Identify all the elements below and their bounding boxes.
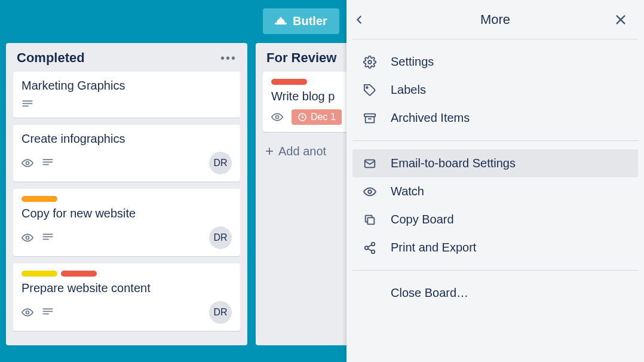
menu-group: Settings Labels Archived Items — [352, 39, 638, 141]
menu-labels[interactable]: Labels — [352, 76, 638, 104]
svg-point-20 — [366, 87, 368, 88]
svg-rect-13 — [43, 311, 53, 312]
plus-icon: + — [265, 143, 274, 159]
svg-rect-2 — [23, 106, 29, 107]
card[interactable]: Prepare website content DR — [13, 263, 240, 331]
member-avatar[interactable]: DR — [209, 301, 232, 324]
card-badges — [22, 306, 54, 318]
svg-rect-10 — [43, 239, 49, 240]
list-header: For Review — [263, 50, 344, 72]
svg-point-26 — [372, 242, 375, 246]
svg-line-29 — [368, 244, 372, 247]
description-icon — [22, 99, 33, 111]
menu-archived[interactable]: Archived Items — [352, 104, 638, 132]
svg-point-15 — [276, 116, 279, 119]
menu-label: Settings — [391, 55, 434, 69]
svg-point-19 — [368, 60, 372, 64]
more-menu-panel: More Settings Labels Archived Items — [346, 0, 644, 362]
member-avatar[interactable]: DR — [209, 152, 232, 174]
copy-icon — [363, 213, 376, 226]
svg-rect-6 — [43, 164, 49, 165]
menu-settings[interactable]: Settings — [352, 48, 638, 76]
card-labels — [22, 271, 232, 277]
menu-watch[interactable]: Watch — [352, 177, 638, 205]
watch-icon — [22, 306, 33, 318]
svg-point-28 — [372, 250, 375, 253]
share-icon — [363, 241, 376, 254]
label-orange[interactable] — [22, 196, 57, 202]
description-icon — [42, 232, 54, 244]
list-completed: Completed ••• Marketing Graphics Create … — [6, 43, 247, 345]
card-badges: Dec 1 — [271, 109, 342, 125]
due-date-text: Dec 1 — [311, 112, 336, 122]
card-labels — [271, 79, 351, 85]
card-badges — [22, 99, 33, 111]
card-title: Prepare website content — [22, 281, 232, 295]
watch-icon — [22, 232, 33, 244]
menu-email-to-board[interactable]: Email-to-board Settings — [352, 149, 638, 177]
close-button[interactable] — [614, 13, 638, 26]
eye-icon — [363, 185, 376, 198]
mail-icon — [363, 157, 376, 170]
list-for-review: For Review Write blog p Dec 1 + — [256, 43, 351, 345]
label-red[interactable] — [61, 271, 97, 277]
svg-point-7 — [26, 237, 29, 240]
butler-label: Butler — [293, 14, 327, 28]
menu-label: Email-to-board Settings — [391, 157, 516, 170]
menu-print-export[interactable]: Print and Export — [352, 234, 638, 262]
card[interactable]: Write blog p Dec 1 — [263, 72, 351, 132]
card-title: Copy for new website — [22, 207, 232, 220]
card-title: Create infographics — [22, 132, 232, 146]
menu-group: Email-to-board Settings Watch Copy Board… — [352, 141, 638, 271]
menu-label: Watch — [391, 185, 424, 198]
description-icon — [42, 157, 54, 169]
watch-icon — [271, 111, 283, 123]
card[interactable]: Copy for new website DR — [13, 189, 240, 256]
gear-icon — [363, 56, 376, 69]
card-labels — [22, 196, 232, 202]
svg-rect-8 — [43, 234, 53, 235]
list-header: Completed ••• — [13, 50, 240, 72]
menu-label: Labels — [391, 83, 426, 97]
add-card-label: Add anot — [278, 145, 326, 158]
tag-icon — [363, 84, 376, 97]
svg-rect-9 — [43, 237, 53, 238]
list-menu-button[interactable]: ••• — [220, 51, 237, 65]
archive-icon — [363, 112, 376, 125]
svg-point-3 — [26, 162, 29, 165]
svg-rect-1 — [23, 103, 33, 105]
menu-group: Close Board… — [352, 271, 638, 315]
menu-close-board[interactable]: Close Board… — [352, 279, 638, 307]
svg-rect-0 — [23, 100, 33, 102]
butler-icon — [275, 17, 287, 26]
due-date-badge[interactable]: Dec 1 — [292, 109, 342, 125]
svg-point-27 — [365, 246, 369, 250]
watch-icon — [22, 157, 33, 169]
label-red[interactable] — [271, 79, 307, 85]
svg-point-11 — [26, 311, 29, 314]
svg-rect-5 — [43, 162, 53, 163]
list-title[interactable]: For Review — [266, 50, 336, 66]
card[interactable]: Create infographics DR — [13, 125, 240, 182]
svg-point-24 — [368, 190, 372, 194]
menu-label: Copy Board — [391, 213, 454, 226]
butler-button[interactable]: Butler — [263, 8, 339, 34]
menu-copy-board[interactable]: Copy Board — [352, 205, 638, 234]
list-title[interactable]: Completed — [17, 50, 85, 66]
panel-title: More — [480, 12, 510, 27]
svg-rect-25 — [367, 217, 374, 224]
back-button[interactable] — [352, 13, 376, 26]
description-icon — [42, 306, 54, 318]
svg-line-30 — [368, 249, 372, 251]
member-avatar[interactable]: DR — [209, 226, 232, 249]
label-yellow[interactable] — [22, 271, 57, 277]
menu-label: Print and Export — [391, 241, 476, 254]
card[interactable]: Marketing Graphics — [13, 72, 240, 118]
svg-rect-4 — [43, 159, 53, 160]
svg-rect-21 — [364, 113, 375, 116]
menu-label: Close Board… — [391, 286, 468, 300]
svg-rect-14 — [43, 314, 49, 315]
card-badges — [22, 157, 54, 169]
add-card-button[interactable]: + Add anot — [263, 139, 344, 163]
panel-header: More — [352, 0, 638, 39]
